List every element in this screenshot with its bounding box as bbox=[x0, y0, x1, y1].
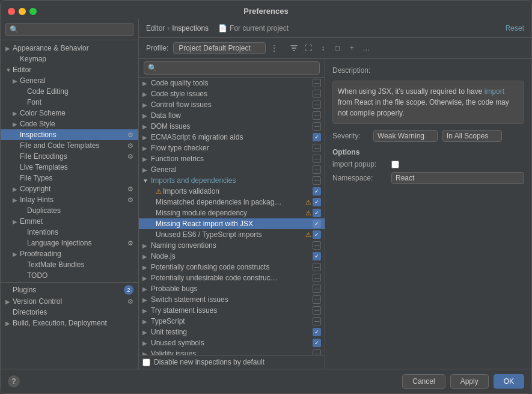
insp-check[interactable]: — bbox=[313, 263, 321, 271]
sidebar-item-inspections[interactable]: Inspections ⚙ bbox=[1, 129, 138, 140]
insp-check[interactable]: — bbox=[313, 155, 321, 163]
sidebar-item-todo[interactable]: TODO bbox=[1, 270, 138, 281]
sidebar-item-keymap[interactable]: Keymap bbox=[1, 54, 138, 64]
insp-check[interactable]: — bbox=[313, 274, 321, 282]
insp-check[interactable]: — bbox=[313, 79, 321, 87]
filter-button[interactable] bbox=[287, 42, 301, 55]
sidebar-item-appearance[interactable]: ▶ Appearance & Behavior bbox=[1, 43, 138, 54]
sidebar-item-textmate[interactable]: TextMate Bundles bbox=[1, 259, 138, 270]
insp-check[interactable]: — bbox=[313, 241, 321, 250]
sidebar-item-intentions[interactable]: Intentions bbox=[1, 227, 138, 238]
insp-check[interactable]: — bbox=[313, 285, 321, 293]
insp-check[interactable]: — bbox=[313, 176, 321, 185]
insp-item-switch[interactable]: ▶ Switch statement issues — bbox=[139, 294, 325, 305]
insp-check[interactable]: ✓ bbox=[313, 220, 321, 228]
insp-item-confusing[interactable]: ▶ Potentially confusing code constructs … bbox=[139, 262, 325, 272]
insp-item-imports-deps[interactable]: ▼ Imports and dependencies — bbox=[139, 175, 325, 186]
scope-select[interactable]: In All Scopes bbox=[442, 130, 502, 142]
insp-item-code-quality[interactable]: ▶ Code quality tools — bbox=[139, 78, 325, 88]
insp-check[interactable]: ✓ bbox=[313, 252, 321, 260]
insp-item-naming[interactable]: ▶ Naming conventions — bbox=[139, 240, 325, 251]
insp-check[interactable]: — bbox=[313, 349, 321, 355]
sidebar-item-editor[interactable]: ▼ Editor bbox=[1, 64, 138, 75]
sidebar-item-version-control[interactable]: ▶ Version Control ⚙ bbox=[1, 296, 138, 307]
inspections-search-input[interactable] bbox=[144, 61, 320, 75]
insp-check[interactable]: — bbox=[313, 306, 321, 315]
disable-new-checkbox[interactable] bbox=[142, 359, 150, 366]
insp-item-ecma6[interactable]: ▶ ECMAScript 6 migration aids ✓ bbox=[139, 132, 325, 143]
insp-check[interactable]: ✓ bbox=[313, 209, 321, 217]
severity-select[interactable]: Weak Warning Warning Error Info bbox=[373, 130, 438, 142]
insp-item-probable-bugs[interactable]: ▶ Probable bugs — bbox=[139, 283, 325, 294]
expand-all-button[interactable]: ⛶ bbox=[302, 42, 315, 55]
add-button[interactable]: + bbox=[345, 42, 358, 55]
insp-check[interactable]: ✓ bbox=[313, 230, 321, 239]
insp-item-dom-issues[interactable]: ▶ DOM issues — bbox=[139, 121, 325, 132]
sidebar-item-build[interactable]: ▶ Build, Execution, Deployment bbox=[1, 318, 138, 328]
more-options-button[interactable]: … bbox=[359, 42, 373, 55]
apply-button[interactable]: Apply bbox=[450, 374, 489, 389]
insp-item-nodejs[interactable]: ▶ Node.js ✓ bbox=[139, 251, 325, 262]
sidebar-item-plugins[interactable]: Plugins 2 bbox=[1, 284, 138, 296]
close-button[interactable] bbox=[8, 8, 15, 15]
insp-check[interactable]: ✓ bbox=[313, 328, 321, 336]
insp-item-missing-react[interactable]: Missing React import with JSX ✓ bbox=[139, 218, 325, 229]
insp-check[interactable]: — bbox=[313, 295, 321, 304]
insp-item-try[interactable]: ▶ Try statement issues — bbox=[139, 305, 325, 316]
cancel-button[interactable]: Cancel bbox=[402, 374, 445, 389]
sidebar-item-general[interactable]: ▶ General bbox=[1, 75, 138, 86]
namespace-input[interactable] bbox=[391, 172, 524, 184]
insp-item-unused-symbols[interactable]: ▶ Unused symbols ✓ bbox=[139, 337, 325, 348]
insp-check[interactable]: — bbox=[313, 144, 321, 152]
insp-item-unit-testing[interactable]: ▶ Unit testing ✓ bbox=[139, 327, 325, 337]
sidebar-item-file-encodings[interactable]: File Encodings ⚙ bbox=[1, 151, 138, 162]
insp-item-unused-es6[interactable]: Unused ES6 / TypeScript imports ⚠ ✓ bbox=[139, 229, 325, 240]
sidebar-item-directories[interactable]: Directories bbox=[1, 307, 138, 318]
insp-item-code-style-issues[interactable]: ▶ Code style issues — bbox=[139, 88, 325, 99]
insp-item-missing-module[interactable]: Missing module dependency ⚠ ✓ bbox=[139, 208, 325, 218]
sidebar-item-font[interactable]: Font bbox=[1, 97, 138, 108]
insp-check[interactable]: ✓ bbox=[313, 339, 321, 347]
insp-item-undesirable[interactable]: ▶ Potentially undesirable code construc…… bbox=[139, 272, 325, 283]
insp-check[interactable]: ✓ bbox=[313, 198, 321, 206]
sidebar-item-copyright[interactable]: ▶ Copyright ⚙ bbox=[1, 183, 138, 194]
sidebar-search-input[interactable] bbox=[5, 23, 133, 36]
insp-item-mismatched-deps[interactable]: Mismatched dependencies in packag… ⚠ ✓ bbox=[139, 197, 325, 208]
sidebar-item-code-style[interactable]: ▶ Code Style bbox=[1, 119, 138, 129]
insp-check[interactable]: — bbox=[313, 165, 321, 174]
insp-item-data-flow[interactable]: ▶ Data flow — bbox=[139, 110, 325, 121]
insp-item-control-flow[interactable]: ▶ Control flow issues — bbox=[139, 99, 325, 110]
insp-item-imports-validation[interactable]: ⚠ Imports validation ✓ bbox=[139, 186, 325, 197]
sidebar-item-emmet[interactable]: ▶ Emmet bbox=[1, 216, 138, 227]
sidebar-item-color-scheme[interactable]: ▶ Color Scheme bbox=[1, 108, 138, 119]
insp-check[interactable]: — bbox=[313, 90, 321, 98]
reset-button[interactable]: Reset bbox=[506, 24, 524, 32]
insp-check[interactable]: — bbox=[313, 122, 321, 131]
insp-check[interactable]: — bbox=[313, 317, 321, 325]
insp-check[interactable]: — bbox=[313, 111, 321, 120]
view-options-button[interactable]: □ bbox=[331, 42, 344, 55]
sidebar-item-code-editing[interactable]: Code Editing bbox=[1, 86, 138, 97]
sidebar-item-duplicates[interactable]: Duplicates bbox=[1, 205, 138, 216]
sidebar-item-inlay-hints[interactable]: ▶ Inlay Hints ⚙ bbox=[1, 194, 138, 205]
sidebar-item-file-code-templates[interactable]: File and Code Templates ⚙ bbox=[1, 140, 138, 151]
maximize-button[interactable] bbox=[29, 8, 37, 15]
sidebar-item-proofreading[interactable]: ▶ Proofreading bbox=[1, 248, 138, 259]
help-button[interactable]: ? bbox=[8, 375, 20, 387]
sidebar-item-file-types[interactable]: File Types bbox=[1, 173, 138, 183]
collapse-all-button[interactable]: ↕ bbox=[316, 42, 329, 55]
ok-button[interactable]: OK bbox=[494, 374, 524, 389]
insp-check[interactable]: ✓ bbox=[313, 187, 321, 195]
insp-item-typescript[interactable]: ▶ TypeScript — bbox=[139, 316, 325, 327]
insp-item-general[interactable]: ▶ General — bbox=[139, 164, 325, 175]
sidebar-item-language-injections[interactable]: Language Injections ⚙ bbox=[1, 238, 138, 248]
sidebar-item-live-templates[interactable]: Live Templates bbox=[1, 162, 138, 173]
more-icon[interactable]: ⋮ bbox=[271, 44, 278, 52]
profile-select[interactable]: Project Default Project bbox=[173, 42, 266, 54]
insp-item-flow-type[interactable]: ▶ Flow type checker — bbox=[139, 143, 325, 153]
import-popup-checkbox[interactable] bbox=[391, 161, 399, 168]
insp-check[interactable]: ✓ bbox=[313, 133, 321, 141]
minimize-button[interactable] bbox=[19, 8, 26, 15]
insp-item-validity[interactable]: ▶ Validity issues — bbox=[139, 348, 325, 355]
insp-item-function-metrics[interactable]: ▶ Function metrics — bbox=[139, 153, 325, 164]
